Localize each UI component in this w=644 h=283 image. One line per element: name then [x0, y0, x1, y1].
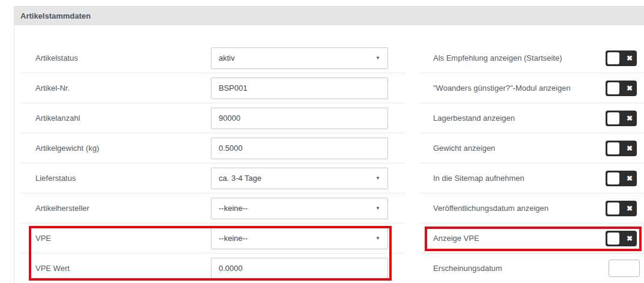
artikelstatus-selected-value: aktiv: [219, 53, 235, 62]
artikelstammdaten-panel: Artikelstammdaten Artikelstatus aktiv ▼ …: [14, 6, 644, 283]
x-icon: ✖: [627, 115, 633, 122]
row-artikelhersteller: Artikelhersteller --keine-- ▼: [20, 193, 405, 224]
vpe-label: VPE: [35, 234, 211, 243]
anzeige-vpe-label: Anzeige VPE: [433, 234, 606, 243]
lieferstatus-selected-value: ca. 3-4 Tage: [219, 174, 261, 183]
artikel-nr-input[interactable]: [211, 78, 388, 99]
sitemap-label: In die Sitemap aufnehmen: [433, 174, 606, 183]
panel-title: Artikelstammdaten: [20, 11, 91, 20]
toggle-knob: [607, 142, 619, 154]
veroeffentlichungsdatum-label: Veröffentlichungsdatum anzeigen: [433, 204, 606, 213]
vpe-selected-value: --keine--: [219, 234, 248, 243]
row-erscheinungsdatum: Erscheinungsdatum: [419, 254, 644, 283]
toggle-als-empfehlung[interactable]: ✖: [606, 50, 637, 66]
x-icon: ✖: [627, 175, 633, 182]
row-sitemap: In die Sitemap aufnehmen ✖: [419, 163, 644, 193]
chevron-down-icon: ▼: [375, 176, 380, 181]
x-icon: ✖: [627, 205, 633, 212]
x-icon: ✖: [627, 235, 633, 242]
artikelhersteller-select[interactable]: --keine-- ▼: [211, 198, 388, 219]
artikel-nr-label: Artikel-Nr.: [35, 84, 211, 93]
panel-body: Artikelstatus aktiv ▼ Artikel-Nr. Artike…: [14, 25, 644, 283]
toggle-knob: [607, 112, 619, 124]
x-icon: ✖: [627, 55, 633, 62]
row-lagerbestand: Lagerbestand anzeigen ✖: [419, 103, 644, 133]
lagerbestand-label: Lagerbestand anzeigen: [433, 114, 606, 123]
woanders-guenstiger-label: "Woanders günstiger?"-Modul anzeigen: [433, 84, 606, 93]
toggle-gewicht[interactable]: ✖: [606, 141, 637, 156]
als-empfehlung-label: Als Empfehlung anzeigen (Startseite): [433, 53, 606, 62]
left-column: Artikelstatus aktiv ▼ Artikel-Nr. Artike…: [20, 25, 405, 283]
gewicht-anzeigen-label: Gewicht anzeigen: [433, 144, 606, 153]
toggle-anzeige-vpe[interactable]: ✖: [606, 231, 637, 246]
toggle-knob: [607, 202, 619, 215]
row-vpe-wert: VPE Wert: [20, 254, 405, 283]
chevron-down-icon: ▼: [375, 206, 380, 211]
row-gewicht-anzeigen: Gewicht anzeigen ✖: [419, 133, 644, 163]
article-master-data-screen: Artikelstammdaten Artikelstatus aktiv ▼ …: [0, 0, 644, 283]
row-artikel-nr: Artikel-Nr.: [20, 73, 405, 103]
chevron-down-icon: ▼: [375, 56, 380, 61]
artikelhersteller-label: Artikelhersteller: [35, 204, 211, 213]
vpe-wert-input[interactable]: [211, 258, 388, 279]
row-woanders-guenstiger: "Woanders günstiger?"-Modul anzeigen ✖: [419, 73, 644, 103]
row-als-empfehlung: Als Empfehlung anzeigen (Startseite) ✖: [419, 43, 644, 73]
toggle-woanders-guenstiger[interactable]: ✖: [606, 81, 637, 96]
lieferstatus-label: Lieferstatus: [35, 174, 211, 183]
row-vpe: VPE --keine-- ▼: [20, 224, 405, 254]
artikelanzahl-label: Artikelanzahl: [35, 114, 211, 123]
panel-header: Artikelstammdaten: [14, 6, 644, 25]
row-lieferstatus: Lieferstatus ca. 3-4 Tage ▼: [20, 163, 405, 193]
row-artikelgewicht: Artikelgewicht (kg): [20, 133, 405, 163]
artikelstatus-label: Artikelstatus: [35, 53, 211, 62]
toggle-knob: [607, 82, 619, 94]
erscheinungsdatum-input[interactable]: [609, 260, 640, 277]
row-artikelstatus: Artikelstatus aktiv ▼: [20, 43, 405, 73]
artikelgewicht-input[interactable]: [211, 138, 388, 159]
row-anzeige-vpe: Anzeige VPE ✖: [419, 224, 644, 254]
artikelhersteller-selected-value: --keine--: [219, 204, 248, 213]
toggle-veroeffentlichungsdatum[interactable]: ✖: [606, 201, 637, 216]
toggle-knob: [607, 172, 619, 184]
artikelgewicht-label: Artikelgewicht (kg): [35, 144, 211, 153]
vpe-select[interactable]: --keine-- ▼: [211, 228, 388, 249]
erscheinungsdatum-label: Erscheinungsdatum: [433, 264, 609, 273]
artikelanzahl-input[interactable]: [211, 108, 388, 129]
toggle-sitemap[interactable]: ✖: [606, 171, 637, 186]
toggle-knob: [607, 52, 619, 64]
toggle-knob: [607, 233, 619, 245]
x-icon: ✖: [627, 85, 633, 92]
toggle-lagerbestand[interactable]: ✖: [606, 111, 637, 126]
lieferstatus-select[interactable]: ca. 3-4 Tage ▼: [211, 168, 388, 189]
x-icon: ✖: [627, 145, 633, 152]
chevron-down-icon: ▼: [375, 236, 380, 241]
row-veroeffentlichungsdatum: Veröffentlichungsdatum anzeigen ✖: [419, 193, 644, 224]
artikelstatus-select[interactable]: aktiv ▼: [211, 47, 388, 69]
right-column: Als Empfehlung anzeigen (Startseite) ✖ "…: [419, 25, 644, 283]
vpe-wert-label: VPE Wert: [35, 264, 211, 273]
row-artikelanzahl: Artikelanzahl: [20, 103, 405, 133]
